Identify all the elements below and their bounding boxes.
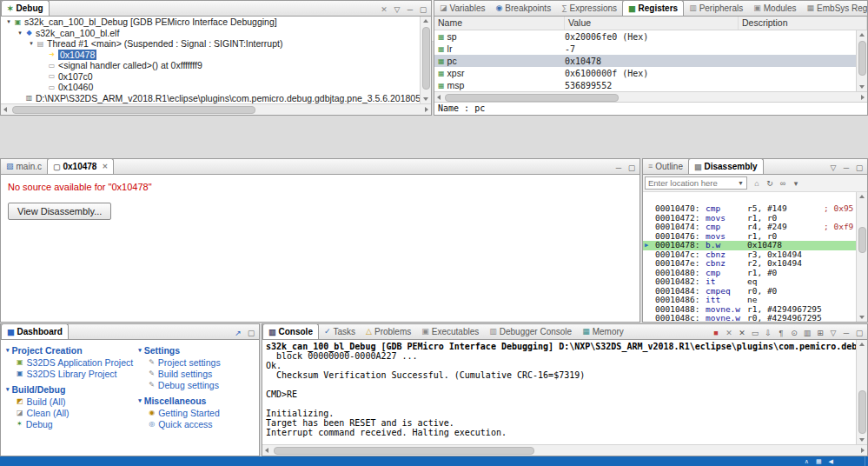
- open-external-icon[interactable]: ↗: [232, 327, 244, 339]
- debug-tree-row[interactable]: ➜0x10478: [1, 50, 420, 61]
- registers-panel-tab-expressions[interactable]: ∑Expressions: [556, 0, 622, 16]
- maximize-icon[interactable]: ▢: [417, 3, 429, 16]
- dashboard-link-project-settings[interactable]: ✎Project settings: [138, 356, 257, 368]
- scroll-right-icon[interactable]: [421, 104, 431, 116]
- collapse-icon[interactable]: ▾: [6, 386, 10, 393]
- refresh-icon[interactable]: ↻: [764, 177, 776, 190]
- scrollbar-thumb[interactable]: [445, 94, 619, 102]
- debug-tree-row[interactable]: ▭0x107c0: [1, 71, 420, 83]
- dashboard-link-build-all[interactable]: ◩Build (All): [6, 396, 133, 407]
- tray-show-hidden-icon[interactable]: ∧: [805, 456, 809, 466]
- minimize-icon[interactable]: ─: [840, 327, 852, 339]
- debug-view-tab-debug[interactable]: ✶Debug: [1, 0, 50, 16]
- console-output[interactable]: s32k_can_100_bl_Debug [GDB PEMicro Inter…: [262, 340, 856, 444]
- registers-panel-tab-modules[interactable]: ▣Modules: [748, 0, 801, 16]
- disassembly-line[interactable]: 00010470:cmpr5, #149; 0x95: [655, 204, 856, 214]
- dashboard-section-header[interactable]: ▾Miscellaneous: [138, 395, 257, 407]
- scrollbar-thumb[interactable]: [422, 27, 430, 90]
- scroll-right-icon[interactable]: [857, 92, 867, 103]
- maximize-icon[interactable]: ▢: [626, 162, 638, 174]
- disassembly-line[interactable]: 0001048c:movne.wr0, #4294967295: [655, 314, 856, 322]
- maximize-icon[interactable]: ▢: [245, 327, 257, 339]
- dashboard-tab-dashboard[interactable]: ▦Dashboard: [1, 323, 69, 339]
- disassembly-line[interactable]: 00010482:iteq: [655, 277, 856, 287]
- loc-menu-icon[interactable]: ▾: [790, 177, 802, 190]
- console-view-tab-console[interactable]: ▥Console: [262, 323, 319, 339]
- collapse-icon[interactable]: ▾: [138, 347, 142, 354]
- registers-panel-tab-variables[interactable]: ◪Variables: [434, 0, 490, 16]
- editor-tab-0x10478[interactable]: ▢0x10478✕: [47, 158, 114, 174]
- open-console-icon[interactable]: ⊞: [814, 327, 826, 339]
- editor-tab-main-c[interactable]: ▧main.c: [1, 158, 47, 174]
- column-header-name[interactable]: Name: [434, 17, 565, 30]
- tray-network-icon[interactable]: ▦: [816, 456, 822, 466]
- scrollbar-thumb[interactable]: [858, 227, 866, 253]
- minimize-icon[interactable]: ─: [404, 3, 416, 16]
- dashboard-link-debug[interactable]: ✶Debug: [6, 418, 133, 429]
- view-menu-icon[interactable]: ▽: [827, 327, 839, 339]
- scroll-lock-icon[interactable]: ⇩: [762, 327, 774, 339]
- location-input[interactable]: Enter location here ▼: [645, 176, 747, 190]
- debug-tree-row[interactable]: ▥D:\NXP\S32DS_ARM_v2018.R1\eclipse\plugi…: [1, 93, 420, 104]
- disassembly-line[interactable]: 00010486:ittne: [655, 296, 856, 305]
- windows-taskbar[interactable]: ∧▦◀: [0, 456, 868, 466]
- scroll-left-icon[interactable]: [262, 445, 273, 456]
- registers-horizontal-scrollbar[interactable]: [434, 91, 867, 102]
- collapse-icon[interactable]: ▾: [138, 397, 142, 404]
- dashboard-link-build-settings[interactable]: ✎Build settings: [138, 368, 257, 379]
- view-disassembly-button[interactable]: View Disassembly...: [8, 203, 111, 220]
- show-desktop-button[interactable]: [865, 456, 868, 466]
- console-vertical-scrollbar[interactable]: [856, 340, 867, 444]
- scroll-left-icon[interactable]: [434, 92, 445, 103]
- debug-tree-row[interactable]: ▾▤Thread #1 <main> (Suspended : Signal :…: [1, 38, 420, 50]
- registers-panel-tab-registers[interactable]: ▦Registers: [622, 0, 684, 16]
- debug-tree-row[interactable]: ▾▣s32k_can_100_bl_Debug [GDB PEMicro Int…: [1, 17, 420, 28]
- disassembly-vertical-scrollbar[interactable]: [856, 192, 867, 322]
- scrollbar-thumb[interactable]: [858, 41, 866, 76]
- column-header-description[interactable]: Description: [739, 17, 867, 30]
- console-view-tab-executables[interactable]: ▣Executables: [416, 323, 484, 339]
- disassembly-view-tab-outline[interactable]: ≡Outline: [643, 158, 688, 174]
- tray-volume-icon[interactable]: ◀: [829, 456, 833, 466]
- scrollbar-thumb[interactable]: [12, 106, 255, 114]
- pin-console-icon[interactable]: ⊙: [788, 327, 800, 339]
- scroll-down-icon[interactable]: [857, 312, 867, 322]
- view-menu-icon[interactable]: ▽: [827, 162, 839, 174]
- console-view-tab-tasks[interactable]: ✓Tasks: [319, 323, 361, 339]
- scroll-left-icon[interactable]: [1, 104, 11, 116]
- debug-tree-row[interactable]: ▭0x10460: [1, 82, 420, 93]
- close-icon[interactable]: ✕: [102, 163, 108, 170]
- register-row[interactable]: ▦lr-7: [434, 43, 867, 55]
- view-menu-icon[interactable]: ▽: [391, 3, 403, 16]
- disassembly-line[interactable]: 00010474:cmpr4, #249; 0xf9: [655, 223, 856, 232]
- scroll-down-icon[interactable]: [421, 94, 431, 103]
- clear-console-icon[interactable]: ▭: [749, 327, 761, 339]
- twisty-expanded-icon[interactable]: ▾: [27, 40, 36, 47]
- twisty-expanded-icon[interactable]: ▾: [16, 30, 24, 37]
- link-with-active-icon[interactable]: ∞: [777, 177, 789, 190]
- display-selected-console-icon[interactable]: ▥: [801, 327, 813, 339]
- scroll-up-icon[interactable]: [857, 340, 867, 350]
- scroll-up-icon[interactable]: [421, 17, 431, 26]
- remove-all-launches-icon[interactable]: ✕: [736, 327, 748, 339]
- scroll-down-icon[interactable]: [857, 82, 867, 91]
- editor-content[interactable]: No source available for "0x10478" View D…: [1, 175, 639, 322]
- register-row[interactable]: ▦pc0x10478: [434, 55, 867, 67]
- debug-tree-row[interactable]: ▾◆s32k_can_100_bl.elf: [1, 28, 420, 39]
- dashboard-link-debug-settings[interactable]: ✎Debug settings: [138, 379, 257, 390]
- console-horizontal-scrollbar[interactable]: [262, 444, 867, 456]
- disassembly-line[interactable]: ▶00010478:b.w0x10478: [643, 241, 856, 250]
- minimize-icon[interactable]: ─: [840, 162, 852, 174]
- terminate-icon[interactable]: ■: [710, 327, 722, 339]
- debug-vertical-scrollbar[interactable]: [420, 17, 431, 103]
- scroll-up-icon[interactable]: [857, 30, 867, 40]
- disassembly-line[interactable]: 0001047e:cbnzr2, 0x10494: [655, 259, 856, 269]
- twisty-expanded-icon[interactable]: ▾: [4, 18, 13, 25]
- register-row[interactable]: ▦msp536899552: [434, 79, 867, 91]
- debug-horizontal-scrollbar[interactable]: [1, 103, 431, 115]
- maximize-icon[interactable]: ▢: [853, 327, 865, 339]
- scrollbar-thumb[interactable]: [274, 447, 534, 455]
- scroll-down-icon[interactable]: [857, 435, 867, 444]
- register-row[interactable]: ▦xpsr0x6100000f (Hex): [434, 67, 867, 79]
- remove-terminated-icon[interactable]: ✕: [378, 3, 390, 16]
